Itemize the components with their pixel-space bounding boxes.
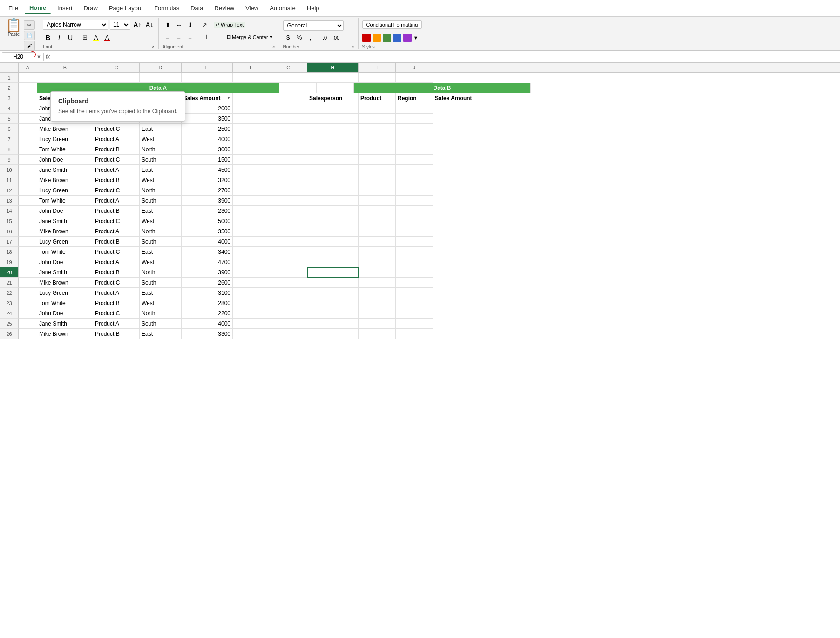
align-middle-button[interactable]: ↔ <box>174 20 184 30</box>
row-12[interactable]: 12 <box>0 185 19 196</box>
row-1[interactable]: 1 <box>0 73 19 83</box>
copy-button[interactable]: ✂ <box>24 20 35 30</box>
cell-c1[interactable] <box>93 73 140 83</box>
cut-button[interactable]: 📄 <box>24 31 35 40</box>
font-color-button[interactable]: A <box>102 33 112 43</box>
menu-view[interactable]: View <box>241 3 263 14</box>
row-18[interactable]: 18 <box>0 247 19 257</box>
cell-f2[interactable] <box>279 83 317 93</box>
menu-home[interactable]: Home <box>25 2 51 14</box>
percent-button[interactable]: % <box>294 33 305 43</box>
row-25[interactable]: 25 <box>0 319 19 329</box>
row-14[interactable]: 14 <box>0 206 19 216</box>
cell-h4[interactable] <box>307 103 359 114</box>
cell-data-b-header[interactable]: Data B <box>354 83 531 93</box>
row-9[interactable]: 9 <box>0 155 19 165</box>
formula-bar-expand[interactable]: ▼ <box>36 54 41 60</box>
row-4[interactable]: 4 <box>0 103 19 114</box>
col-header-e[interactable]: E <box>182 63 233 72</box>
cell-j3-region-b[interactable]: Region <box>396 93 433 103</box>
cell-reference-input[interactable]: H20 <box>2 52 34 61</box>
menu-draw[interactable]: Draw <box>79 3 102 14</box>
number-expand-button[interactable]: ↗ <box>351 45 354 49</box>
fill-color-button[interactable]: A <box>91 33 101 43</box>
menu-insert[interactable]: Insert <box>53 3 77 14</box>
formula-input[interactable] <box>52 52 838 61</box>
cell-e4[interactable]: 2000 <box>182 103 233 114</box>
row-7[interactable]: 7 <box>0 134 19 144</box>
currency-button[interactable]: $ <box>283 33 293 43</box>
row-16[interactable]: 16 <box>0 226 19 237</box>
cell-a1[interactable] <box>19 73 37 83</box>
menu-help[interactable]: Help <box>302 3 324 14</box>
row-21[interactable]: 21 <box>0 278 19 288</box>
align-center-button[interactable]: ≡ <box>174 32 184 42</box>
cell-b1[interactable] <box>37 73 93 83</box>
col-header-g[interactable]: G <box>270 63 307 72</box>
menu-review[interactable]: Review <box>210 3 239 14</box>
cell-g1[interactable] <box>270 73 307 83</box>
cell-a2[interactable] <box>19 83 37 93</box>
row-23[interactable]: 23 <box>0 298 19 308</box>
row-5[interactable]: 5 <box>0 114 19 124</box>
menu-file[interactable]: File <box>4 3 23 14</box>
col-header-j[interactable]: J <box>396 63 433 72</box>
bold-button[interactable]: B <box>43 33 53 43</box>
font-size-increase-button[interactable]: A↑ <box>132 20 142 30</box>
row-2[interactable]: 2 <box>0 83 19 93</box>
cell-j1[interactable] <box>396 73 433 83</box>
border-button[interactable]: ⊞ <box>80 33 90 43</box>
cell-i4[interactable] <box>359 103 396 114</box>
cell-g2[interactable] <box>317 83 354 93</box>
increase-indent-button[interactable]: ⊢ <box>210 32 221 42</box>
col-header-b[interactable]: B <box>37 63 93 72</box>
font-size-decrease-button[interactable]: A↓ <box>144 20 155 30</box>
cell-a5[interactable] <box>19 114 37 124</box>
row-11[interactable]: 11 <box>0 175 19 185</box>
cell-f3[interactable] <box>233 93 270 103</box>
orientation-button[interactable]: ↗ <box>199 20 210 30</box>
col-header-c[interactable]: C <box>93 63 140 72</box>
align-bottom-button[interactable]: ⬇ <box>185 20 195 30</box>
cell-a4[interactable] <box>19 103 37 114</box>
cell-d1[interactable] <box>140 73 182 83</box>
align-top-button[interactable]: ⬆ <box>163 20 173 30</box>
cell-h20-selected[interactable] <box>307 267 359 278</box>
row-24[interactable]: 24 <box>0 308 19 319</box>
font-size-select[interactable]: 11 <box>110 20 130 30</box>
cell-f4[interactable] <box>233 103 270 114</box>
cell-f1[interactable] <box>233 73 270 83</box>
cell-h1[interactable] <box>307 73 359 83</box>
row-19[interactable]: 19 <box>0 257 19 267</box>
cell-e3-sales[interactable]: Sales Amount ▼ <box>182 93 233 103</box>
row-10[interactable]: 10 <box>0 165 19 175</box>
col-header-i[interactable]: I <box>359 63 396 72</box>
italic-button[interactable]: I <box>54 33 64 43</box>
menu-automate[interactable]: Automate <box>265 3 300 14</box>
cell-e5[interactable]: 3500 <box>182 114 233 124</box>
row-8[interactable]: 8 <box>0 144 19 155</box>
col-header-h[interactable]: H <box>307 63 359 72</box>
increase-decimal-button[interactable]: .00 <box>331 33 341 43</box>
col-header-d[interactable]: D <box>140 63 182 72</box>
cell-j4[interactable] <box>396 103 433 114</box>
comma-button[interactable]: , <box>305 33 316 43</box>
font-name-select[interactable]: Aptos Narrow <box>43 20 108 30</box>
menu-data[interactable]: Data <box>186 3 208 14</box>
menu-page-layout[interactable]: Page Layout <box>104 3 148 14</box>
sales-filter-icon[interactable]: ▼ <box>227 96 230 100</box>
font-expand-button[interactable]: ↗ <box>151 45 155 49</box>
decrease-decimal-button[interactable]: .0 <box>320 33 330 43</box>
col-header-f[interactable]: F <box>233 63 270 72</box>
cell-g3[interactable] <box>270 93 307 103</box>
align-right-button[interactable]: ≡ <box>185 32 195 42</box>
alignment-expand-button[interactable]: ↗ <box>271 45 275 49</box>
row-20[interactable]: 20 <box>0 267 19 278</box>
styles-more-button[interactable]: ▼ <box>413 35 419 41</box>
merge-center-btn[interactable]: ⊞ Merge & Center ▼ <box>225 34 275 40</box>
underline-button[interactable]: U <box>65 33 75 43</box>
cell-k3-sales-b[interactable]: Sales Amount <box>433 93 484 103</box>
row-6[interactable]: 6 <box>0 124 19 134</box>
paste-button[interactable]: 📋 Paste <box>6 19 22 37</box>
align-left-button[interactable]: ≡ <box>163 32 173 42</box>
